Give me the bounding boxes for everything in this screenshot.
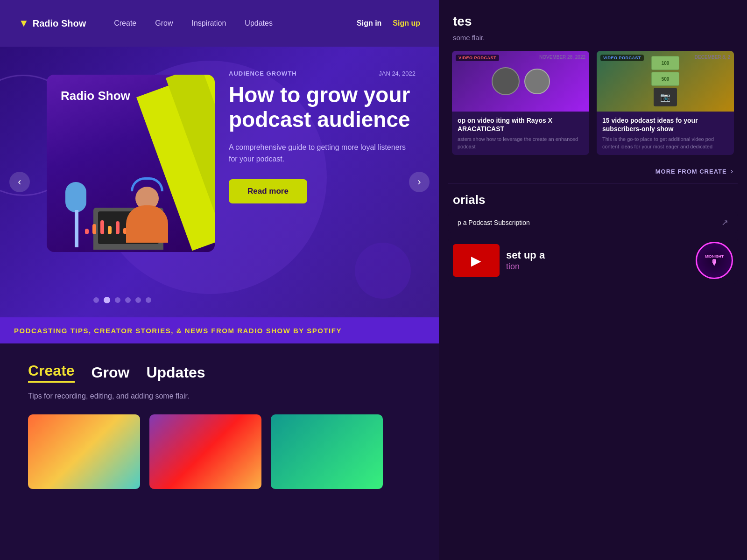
lower-section: Create Grow Updates Tips for recording, …: [0, 343, 439, 560]
hero-date: JAN 24, 2022: [379, 70, 416, 77]
signup-button[interactable]: Sign up: [393, 19, 420, 28]
tutorial-title: p a Podcast Subscription: [458, 219, 715, 226]
more-from-create[interactable]: MORE FROM CREATE ›: [439, 160, 747, 183]
article-card-title-1: op on video iting with Rayos X ARACATICA…: [458, 116, 584, 133]
article-card-desc-1: asters show how to leverage the create a…: [458, 136, 584, 150]
article-date-1: NOVEMBER 28, 2022: [539, 55, 585, 60]
hero-title: How to grow your podcast audience: [229, 83, 416, 132]
tutorials-header: orials: [439, 183, 747, 212]
article-card-body-2: 15 video podcast ideas fo your subscribe…: [597, 112, 734, 155]
bill-1: 100: [651, 56, 679, 70]
ticker-band: PODCASTING TIPS, CREATOR STORIES, & NEWS…: [0, 317, 439, 343]
dot-2[interactable]: [115, 297, 120, 303]
video-tutorial[interactable]: ▶ set up a tion MIDNIGHT 🎙: [448, 237, 738, 284]
more-arrow-icon: ›: [731, 167, 733, 175]
right-panel: tes some flair. video PODCAST NOVEMBER 2…: [439, 0, 747, 560]
hero-content: AUDIENCE GROWTH JAN 24, 2022 How to grow…: [229, 70, 416, 203]
article-thumb-img-2: [149, 414, 261, 489]
article-card-title-2: 15 video podcast ideas fo your subscribe…: [602, 116, 728, 133]
right-updates-header: tes: [439, 0, 747, 34]
deco-circle-small: [355, 243, 411, 299]
article-card-body-1: op on video iting with Rayos X ARACATICA…: [452, 112, 589, 155]
nav-link-grow[interactable]: Grow: [155, 19, 173, 28]
nav-auth: Sign in Sign up: [357, 19, 420, 28]
youtube-thumbnail: ▶: [453, 244, 500, 277]
camera-icon-img: 📷: [654, 88, 677, 106]
hero-description: A comprehensive guide to getting more lo…: [229, 141, 416, 165]
dot-0[interactable]: [93, 297, 99, 303]
nav-link-create[interactable]: Create: [114, 19, 136, 28]
dot-1[interactable]: [104, 297, 110, 303]
logo-text: Radio Show: [33, 18, 86, 29]
logo-icon: ▼: [19, 17, 29, 29]
hero-category: AUDIENCE GROWTH: [229, 70, 297, 77]
character-body: [126, 205, 168, 243]
dot-4[interactable]: [135, 297, 141, 303]
next-arrow-button[interactable]: ›: [409, 172, 430, 192]
person-1: [492, 67, 520, 95]
article-thumb-img-3: [271, 414, 383, 489]
dot-3[interactable]: [125, 297, 131, 303]
article-cards-row: video PODCAST NOVEMBER 28, 2022 op on vi…: [439, 51, 747, 155]
video-title: set up a: [506, 249, 689, 261]
tutorial-item[interactable]: p a Podcast Subscription ↗: [448, 212, 738, 233]
article-card-desc-2: This is the go-to place to get additiona…: [602, 136, 728, 150]
hero-dots: [93, 297, 151, 303]
signin-button[interactable]: Sign in: [357, 19, 381, 28]
dot-5[interactable]: [146, 297, 151, 303]
person-2: [524, 69, 550, 94]
section-description: Tips for recording, editing, and adding …: [28, 392, 411, 400]
nav-link-updates[interactable]: Updates: [245, 19, 273, 28]
midnight-logo: MIDNIGHT 🎙: [696, 242, 733, 279]
article-card-1[interactable]: video PODCAST NOVEMBER 28, 2022 op on vi…: [452, 51, 589, 155]
mic-stand: [75, 210, 78, 247]
bill-2: 500: [651, 72, 679, 86]
article-badge-2: video PODCAST: [600, 55, 644, 61]
article-date-2: DECEMBER 8, 2: [695, 55, 730, 60]
nav-links: Create Grow Inspiration Updates: [114, 19, 357, 28]
navbar: ▼ Radio Show Create Grow Inspiration Upd…: [0, 0, 439, 47]
read-more-button[interactable]: Read more: [229, 179, 307, 203]
hero-card: Radio Show: [47, 75, 215, 252]
prev-arrow-button[interactable]: ‹: [9, 172, 30, 192]
midnight-text: MIDNIGHT 🎙: [705, 254, 724, 267]
right-updates-subtext: some flair.: [439, 34, 747, 51]
article-img-1: video PODCAST NOVEMBER 28, 2022: [452, 51, 589, 112]
article-img-2: 100 500 📷 video PODCAST DECEMBER 8, 2: [597, 51, 734, 112]
article-thumb-img-1: [28, 414, 140, 489]
main-panel: ▼ Radio Show Create Grow Inspiration Upd…: [0, 0, 439, 560]
share-icon[interactable]: ↗: [721, 217, 728, 228]
more-from-text: MORE FROM CREATE: [655, 168, 727, 175]
tab-grow[interactable]: Grow: [92, 364, 130, 381]
mic-head: [65, 182, 86, 212]
article-thumb-3[interactable]: [271, 414, 383, 489]
article-card-2[interactable]: 100 500 📷 video PODCAST DECEMBER 8, 2 15…: [597, 51, 734, 155]
nav-link-inspiration[interactable]: Inspiration: [192, 19, 226, 28]
tab-create[interactable]: Create: [28, 362, 75, 383]
article-thumb-1[interactable]: [28, 414, 140, 489]
ticker-text: PODCASTING TIPS, CREATOR STORIES, & NEWS…: [14, 327, 342, 335]
article-badge-1: video PODCAST: [456, 55, 499, 61]
play-icon: ▶: [471, 253, 481, 268]
tab-updates[interactable]: Updates: [146, 364, 205, 381]
hero-section: ‹ Radio Show: [0, 47, 439, 317]
articles-row: [28, 414, 411, 489]
card-title: Radio Show: [61, 89, 130, 103]
video-subtitle: tion: [506, 262, 689, 272]
video-text-area: set up a tion: [506, 249, 689, 271]
section-tabs: Create Grow Updates: [28, 362, 411, 383]
logo[interactable]: ▼ Radio Show: [19, 17, 86, 29]
headphones: [131, 177, 163, 191]
article-thumb-2[interactable]: [149, 414, 261, 489]
